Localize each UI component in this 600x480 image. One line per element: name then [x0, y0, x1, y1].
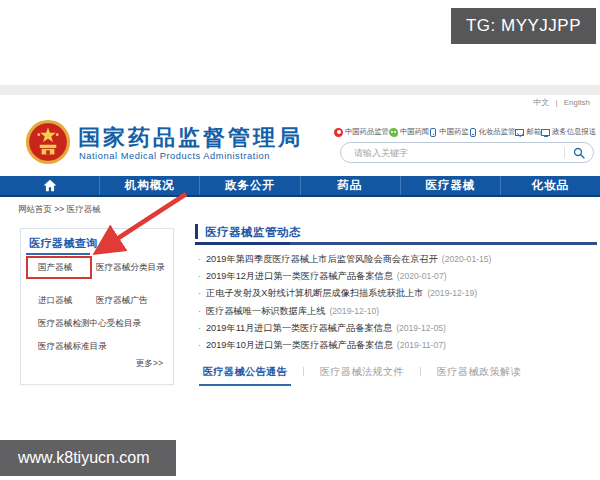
news-title: 正电子发射及X射线计算机断层成像扫描系统获批上市 [206, 287, 423, 300]
wechat-icon [389, 128, 398, 137]
tab-divider [420, 367, 421, 376]
nav-home[interactable] [0, 176, 99, 195]
site-title: 国家药品监督管理局 [78, 123, 303, 153]
bullet-icon: · [198, 288, 201, 298]
main-nav: 机构概况 政务公开 药品 医疗器械 化妆品 [0, 176, 600, 197]
sidebar-link-imported-devices[interactable]: 进口器械 [38, 295, 72, 307]
quick-link-cosmetics-app[interactable]: 化妆品监管 [469, 127, 515, 137]
section-underline [195, 242, 597, 245]
news-title: 2019年11月进口第一类医疗器械产品备案信息 [206, 322, 392, 335]
news-title: 医疗器械唯一标识数据库上线 [206, 305, 325, 318]
weibo-icon [334, 128, 343, 137]
monitor-icon [541, 129, 550, 136]
sidebar-link-device-classification-catalog[interactable]: 医疗器械分类目录 [96, 262, 165, 274]
phone-icon [430, 128, 436, 137]
section-header: 医疗器械监管动态 [195, 222, 597, 242]
nav-item-cosmetics[interactable]: 化妆品 [500, 176, 600, 195]
nav-item-organization[interactable]: 机构概况 [99, 176, 199, 195]
page: TG: MYYJJPP 中文 | English 国家药品监督管理局 Natio… [0, 0, 600, 480]
news-item[interactable]: · 2019年11月进口第一类医疗器械产品备案信息 (2019-12-05) [195, 322, 597, 339]
lang-en-link[interactable]: English [564, 98, 590, 107]
sidebar-link-testing-center-catalog[interactable]: 医疗器械检测中心受检目录 [38, 318, 141, 330]
nav-item-gov-affairs[interactable]: 政务公开 [199, 176, 299, 195]
quick-link-mail[interactable]: 邮箱 [515, 127, 541, 137]
tab-device-policy-interpretation[interactable]: 医疗器械政策解读 [433, 365, 525, 384]
main-content: 医疗器械监管动态 · 2019年第四季度医疗器械上市后监管风险会商会在京召开 (… [195, 222, 597, 386]
news-date: (2019-12-10) [329, 306, 379, 316]
bullet-icon: · [198, 271, 201, 281]
quick-link-gov-info[interactable]: 政务信息报送 [541, 127, 596, 137]
news-date: (2019-12-19) [427, 288, 477, 298]
sidebar-title: 医疗器械查询 [29, 236, 98, 251]
quick-link-label: 中国药监 [439, 127, 468, 137]
lang-separator: | [555, 98, 557, 107]
bullet-icon: · [198, 306, 201, 316]
quick-link-weibo[interactable]: 中国药品监管 [334, 127, 389, 137]
watermark-top: TG: MYYJJPP [451, 8, 596, 44]
tab-device-announcements[interactable]: 医疗器械公告通告 [199, 365, 291, 386]
section-title: 医疗器械监管动态 [205, 225, 301, 240]
site-subtitle: National Medical Products Administration [79, 151, 270, 161]
nav-item-medical-devices[interactable]: 医疗器械 [400, 176, 500, 195]
bullet-icon: · [198, 340, 201, 350]
news-item[interactable]: · 2019年第四季度医疗器械上市后监管风险会商会在京召开 (2020-01-1… [195, 253, 597, 270]
news-title: 2019年10月进口第一类医疗器械产品备案信息 [206, 339, 393, 352]
quick-link-label: 邮箱 [526, 127, 541, 137]
news-item[interactable]: · 2019年10月进口第一类医疗器械产品备案信息 (2019-11-07) [195, 339, 597, 356]
sidebar-link-device-standards-catalog[interactable]: 医疗器械标准目录 [38, 341, 107, 353]
phone-icon [470, 128, 476, 137]
bullet-icon: · [198, 254, 201, 264]
news-item[interactable]: · 2019年12月进口第一类医疗器械产品备案信息 (2020-01-07) [195, 270, 597, 287]
news-title: 2019年第四季度医疗器械上市后监管风险会商会在京召开 [206, 253, 438, 266]
section-accent-bar [195, 224, 198, 239]
search-input[interactable] [341, 148, 564, 158]
news-date: (2020-01-07) [397, 271, 447, 281]
quick-link-label: 政务信息报送 [552, 127, 596, 137]
sidebar-more-link[interactable]: 更多>> [136, 358, 163, 370]
sidebar-link-domestic-devices[interactable]: 国产器械 [38, 262, 72, 274]
top-gray-bar [0, 85, 600, 95]
mail-icon [515, 129, 524, 136]
news-date: (2020-01-15) [442, 254, 492, 264]
search-button[interactable] [565, 143, 593, 162]
bullet-icon: · [198, 323, 201, 333]
quick-link-app[interactable]: 中国药监 [429, 127, 468, 137]
search-box [340, 142, 594, 163]
search-icon [573, 147, 585, 159]
bottom-tabs: 医疗器械公告通告 医疗器械法规文件 医疗器械政策解读 [195, 365, 597, 386]
news-item[interactable]: · 医疗器械唯一标识数据库上线 (2019-12-10) [195, 305, 597, 322]
header-quick-links: 中国药品监管 中国药闻 中国药监 化妆品监管 邮箱 政务信息报送 [334, 127, 596, 137]
watermark-bottom: www.k8tiyucn.com [0, 440, 176, 476]
news-title: 2019年12月进口第一类医疗器械产品备案信息 [206, 270, 393, 283]
news-date: (2019-12-05) [396, 323, 446, 333]
quick-link-label: 中国药闻 [400, 127, 429, 137]
nav-item-drugs[interactable]: 药品 [300, 176, 400, 195]
tab-divider [303, 367, 304, 376]
news-date: (2019-11-07) [397, 340, 446, 350]
national-emblem-logo [25, 119, 71, 165]
quick-link-wechat[interactable]: 中国药闻 [389, 127, 429, 137]
sidebar-title-underline [26, 253, 90, 255]
tab-device-regulations[interactable]: 医疗器械法规文件 [316, 365, 408, 384]
breadcrumb[interactable]: 网站首页 >> 医疗器械 [18, 204, 101, 216]
news-item[interactable]: · 正电子发射及X射线计算机断层成像扫描系统获批上市 (2019-12-19) [195, 287, 597, 304]
news-list: · 2019年第四季度医疗器械上市后监管风险会商会在京召开 (2020-01-1… [195, 253, 597, 356]
lang-zh-link[interactable]: 中文 [533, 98, 549, 107]
quick-link-label: 中国药品监管 [345, 127, 389, 137]
language-switch: 中文 | English [531, 97, 592, 108]
quick-link-label: 化妆品监管 [479, 127, 515, 137]
device-query-panel: 医疗器械查询 国产器械 医疗器械分类目录 进口器械 医疗器械广告 医疗器械检测中… [20, 228, 174, 385]
sidebar-link-device-ads[interactable]: 医疗器械广告 [96, 295, 148, 307]
home-icon [43, 179, 57, 192]
